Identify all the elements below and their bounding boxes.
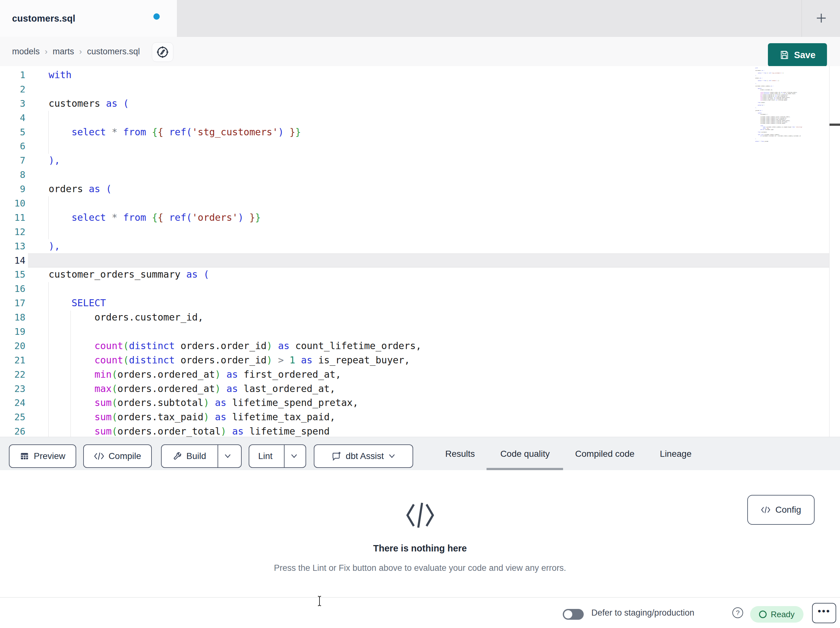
line-number: 6 <box>0 139 25 153</box>
code-token: ref( <box>769 73 771 74</box>
code-line-12[interactable]: 12 <box>0 225 840 239</box>
tab-results[interactable]: Results <box>445 437 475 470</box>
code-line-9[interactable]: 9orders as ( <box>0 182 840 196</box>
code-line-3[interactable]: 3customers as ( <box>0 96 840 111</box>
breadcrumb-item-marts[interactable]: marts <box>53 47 74 57</box>
code-token: from <box>764 73 766 74</box>
code-line-10[interactable]: 10 <box>0 196 840 210</box>
code-line-1[interactable]: 1with <box>0 68 840 82</box>
tab-label: Lineage <box>660 449 692 459</box>
chevron-down-icon <box>290 454 298 459</box>
line-number: 15 <box>0 267 25 282</box>
tab-compiled-code[interactable]: Compiled code <box>575 437 635 470</box>
code-line-11[interactable]: 11 select * from {{ ref('orders') }} <box>0 210 840 225</box>
code-token: * <box>112 212 117 223</box>
code-line-text: ), <box>49 239 60 253</box>
line-number: 25 <box>0 410 25 424</box>
navigate-file-button[interactable] <box>152 42 174 62</box>
code-line-8[interactable]: 8 <box>0 168 840 182</box>
code-token <box>755 80 758 81</box>
tab-label: Results <box>445 449 475 459</box>
tab-lineage[interactable]: Lineage <box>660 437 692 470</box>
code-token: sum <box>95 411 112 422</box>
code-line-24[interactable]: 24 sum(orders.subtotal) as lifetime_spen… <box>0 396 840 410</box>
code-token <box>146 127 152 138</box>
code-token: ) <box>755 138 756 139</box>
code-token: 'orders' <box>192 212 238 223</box>
file-tab-customers-sql[interactable]: customers.sql <box>0 0 177 37</box>
code-token: customer_orders_summary.lifetime_spend, <box>755 123 786 124</box>
code-brackets-icon <box>94 452 104 460</box>
code-line-15[interactable]: 15customer_orders_summary as ( <box>0 267 840 282</box>
code-line-text: select * from {{ ref('orders') }} <box>49 210 261 225</box>
code-line-18[interactable]: 18 orders.customer_id, <box>0 310 840 325</box>
code-line-6[interactable]: 6 <box>0 139 840 153</box>
compile-button[interactable]: Compile <box>83 445 152 468</box>
minimap[interactable]: withcustomers as ( select * from {{ ref(… <box>755 67 827 144</box>
plus-icon <box>815 12 827 24</box>
tab-label: Code quality <box>500 449 550 459</box>
code-line-25[interactable]: 25 sum(orders.tax_paid) as lifetime_tax_… <box>0 410 840 424</box>
empty-state-subtitle: Press the Lint or Fix button above to ev… <box>0 563 840 573</box>
code-line-16[interactable]: 16 <box>0 282 840 296</box>
code-line-13[interactable]: 13), <box>0 239 840 253</box>
sql-code-editor[interactable]: 1with23customers as (45 select * from {{… <box>0 66 840 437</box>
code-token: with <box>49 69 71 81</box>
code-line-5[interactable]: 5 select * from {{ ref('stg_customers') … <box>0 125 840 139</box>
code-token: as ( <box>759 78 762 79</box>
code-token: ) <box>267 354 272 365</box>
code-token: ), <box>755 107 756 108</box>
help-icon[interactable]: ? <box>732 607 743 618</box>
dbt-assist-button[interactable]: dbt Assist <box>314 445 413 468</box>
code-token: count_lifetime_orders, <box>290 340 422 351</box>
compile-button-label: Compile <box>109 451 141 461</box>
line-number: 23 <box>0 382 25 396</box>
code-line-19[interactable]: 19 <box>0 325 840 339</box>
code-line-22[interactable]: 22 min(orders.ordered_at) as first_order… <box>0 367 840 382</box>
toggle-knob <box>564 610 572 619</box>
defer-label: Defer to staging/production <box>591 598 694 628</box>
new-tab-button[interactable] <box>811 8 832 28</box>
code-token: ), <box>49 240 60 252</box>
code-line-14[interactable]: 14 <box>0 253 840 268</box>
code-line-20[interactable]: 20 count(distinct orders.order_id) as co… <box>0 339 840 353</box>
save-button[interactable]: Save <box>768 43 827 67</box>
code-token: { <box>152 212 158 223</box>
code-token: as <box>226 369 238 380</box>
code-token: from <box>761 141 763 142</box>
line-number: 1 <box>0 68 25 82</box>
code-token: orders.order_total <box>117 426 221 437</box>
code-token: lifetime_spend <box>777 100 787 101</box>
ready-status-label: Ready <box>771 610 794 619</box>
preview-button[interactable]: Preview <box>9 445 76 468</box>
code-token <box>117 212 123 223</box>
code-line-21[interactable]: 21 count(distinct orders.order_id) > 1 a… <box>0 353 840 367</box>
lint-dropdown-button[interactable] <box>284 445 303 467</box>
code-line-text: min(orders.ordered_at) as first_ordered_… <box>49 367 341 382</box>
code-token: as ( <box>106 98 129 109</box>
code-line-2[interactable]: 2 <box>0 82 840 96</box>
code-token: , <box>767 114 768 115</box>
code-token: min <box>95 369 112 380</box>
line-number: 11 <box>0 210 25 225</box>
code-token: 1 <box>290 354 295 365</box>
code-token <box>163 127 169 138</box>
lint-button[interactable]: Lint <box>249 445 306 468</box>
code-line-23[interactable]: 23 max(orders.ordered_at) as last_ordere… <box>0 382 840 396</box>
code-line-4[interactable]: 4 <box>0 111 840 125</box>
code-line-17[interactable]: 17 SELECT <box>0 296 840 310</box>
code-token: orders.ordered_at <box>117 383 215 394</box>
code-line-26[interactable]: 26 sum(orders.order_total) as lifetime_s… <box>0 424 840 437</box>
more-options-button[interactable]: ••• <box>812 603 836 623</box>
code-token: orders.customer_id, <box>49 312 204 323</box>
code-token: ref( <box>169 212 192 223</box>
line-number: 19 <box>0 325 25 339</box>
build-dropdown-button[interactable] <box>218 445 237 467</box>
defer-toggle[interactable] <box>563 609 584 620</box>
tab-code-quality[interactable]: Code quality <box>500 437 550 470</box>
breadcrumb-item-models[interactable]: models <box>12 47 40 57</box>
build-button[interactable]: Build <box>161 445 242 468</box>
code-line-7[interactable]: 7), <box>0 153 840 168</box>
scrollbar-marker[interactable] <box>829 123 840 126</box>
code-token <box>221 383 226 394</box>
